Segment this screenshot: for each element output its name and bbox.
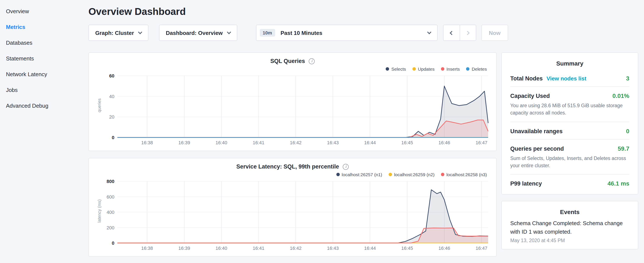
chevron-down-icon bbox=[427, 30, 431, 34]
svg-text:16:42: 16:42 bbox=[290, 245, 302, 251]
legend-dot-icon bbox=[466, 67, 470, 71]
svg-text:16:43: 16:43 bbox=[327, 245, 339, 251]
sidebar: Overview Metrics Databases Statements Ne… bbox=[0, 0, 78, 263]
summary-label: Total Nodes bbox=[510, 75, 543, 82]
svg-text:400: 400 bbox=[106, 210, 114, 215]
sql-queries-chart[interactable]: 020406016:3816:3916:4016:4116:4216:4316:… bbox=[103, 73, 490, 147]
time-forward-button[interactable] bbox=[460, 25, 476, 41]
legend-label: Deletes bbox=[472, 66, 487, 72]
charts-column: SQL Queries i SelectsUpdatesInsertsDelet… bbox=[88, 52, 497, 256]
svg-text:16:47: 16:47 bbox=[476, 245, 487, 251]
summary-subtext: Sum of Selects, Updates, Inserts, and De… bbox=[510, 155, 629, 169]
graph-dropdown-label: Graph: Cluster bbox=[95, 30, 134, 36]
legend-dot-icon bbox=[441, 173, 444, 176]
view-nodes-link[interactable]: View nodes list bbox=[546, 75, 586, 82]
sidebar-item-metrics[interactable]: Metrics bbox=[0, 19, 78, 35]
svg-text:60: 60 bbox=[109, 73, 114, 79]
summary-label: Unavailable ranges bbox=[510, 128, 562, 134]
chevron-down-icon bbox=[138, 30, 142, 34]
svg-text:16:46: 16:46 bbox=[438, 140, 450, 145]
y-axis-label: queries bbox=[96, 73, 103, 138]
svg-text:16:41: 16:41 bbox=[252, 140, 264, 145]
legend-dot-icon bbox=[388, 173, 392, 176]
service-latency-chart-legend: localhost:26257 (n1)localhost:26259 (n2)… bbox=[96, 171, 490, 178]
time-window-selector[interactable]: 10m Past 10 Minutes bbox=[256, 25, 437, 41]
right-column: Summary Total Nodes View nodes list 3 Ca… bbox=[501, 52, 638, 249]
sidebar-item-jobs[interactable]: Jobs bbox=[0, 82, 78, 98]
legend-item[interactable]: localhost:26258 (n3) bbox=[441, 171, 487, 178]
graph-dropdown[interactable]: Graph: Cluster bbox=[88, 25, 148, 41]
svg-text:600: 600 bbox=[106, 194, 114, 200]
svg-text:16:41: 16:41 bbox=[252, 245, 264, 251]
legend-dot-icon bbox=[386, 67, 389, 71]
summary-value: 46.1 ms bbox=[608, 180, 629, 187]
legend-dot-icon bbox=[412, 67, 416, 71]
dashboard-dropdown[interactable]: Dashboard: Overview bbox=[159, 25, 237, 41]
svg-text:16:42: 16:42 bbox=[290, 140, 302, 145]
svg-text:16:43: 16:43 bbox=[327, 140, 339, 145]
chevron-down-icon bbox=[227, 30, 231, 34]
legend-item[interactable]: Selects bbox=[386, 66, 406, 72]
svg-text:16:39: 16:39 bbox=[178, 140, 190, 145]
svg-text:0: 0 bbox=[112, 135, 114, 140]
legend-item[interactable]: localhost:26257 (n1) bbox=[336, 171, 382, 178]
sidebar-item-overview[interactable]: Overview bbox=[0, 4, 78, 19]
svg-text:200: 200 bbox=[106, 225, 114, 230]
svg-text:16:38: 16:38 bbox=[141, 245, 153, 251]
dashboard-dropdown-label: Dashboard: Overview bbox=[166, 30, 222, 36]
now-button[interactable]: Now bbox=[481, 25, 508, 41]
sidebar-item-network-latency[interactable]: Network Latency bbox=[0, 66, 78, 82]
time-nav-group bbox=[443, 25, 476, 41]
svg-text:16:39: 16:39 bbox=[178, 245, 190, 251]
svg-text:16:38: 16:38 bbox=[141, 140, 153, 145]
legend-label: localhost:26258 (n3) bbox=[446, 172, 487, 177]
svg-text:16:44: 16:44 bbox=[364, 245, 376, 251]
legend-label: Inserts bbox=[446, 66, 460, 72]
event-timestamp: May 13, 2020 at 4:45 PM bbox=[510, 238, 629, 247]
summary-value: 0 bbox=[626, 127, 629, 134]
events-panel: Events Schema Change Completed: Schema c… bbox=[501, 201, 638, 249]
y-axis-label: latency (ms) bbox=[96, 179, 103, 243]
sql-queries-chart-card: SQL Queries i SelectsUpdatesInsertsDelet… bbox=[88, 52, 497, 151]
chevron-left-icon bbox=[450, 31, 454, 35]
summary-value: 0.01% bbox=[612, 92, 629, 99]
legend-dot-icon bbox=[336, 173, 340, 176]
sql-queries-chart-legend: SelectsUpdatesInsertsDeletes bbox=[96, 66, 490, 72]
event-text: Schema Change Completed: Schema change w… bbox=[510, 219, 629, 236]
legend-item[interactable]: Updates bbox=[412, 66, 434, 72]
sidebar-item-advanced-debug[interactable]: Advanced Debug bbox=[0, 98, 78, 114]
time-window-badge: 10m bbox=[260, 29, 275, 37]
summary-value: 3 bbox=[626, 75, 629, 82]
summary-row-queries-per-second: Queries per second 59.7 Sum of Selects, … bbox=[510, 139, 629, 174]
event-item: Schema Change Completed: Schema change w… bbox=[510, 219, 629, 247]
legend-item[interactable]: Inserts bbox=[441, 66, 460, 72]
svg-text:800: 800 bbox=[106, 179, 114, 184]
summary-row-total-nodes: Total Nodes View nodes list 3 bbox=[510, 69, 629, 87]
summary-panel: Summary Total Nodes View nodes list 3 Ca… bbox=[501, 52, 638, 194]
time-window-label: Past 10 Minutes bbox=[280, 30, 322, 36]
legend-label: localhost:26259 (n2) bbox=[394, 172, 434, 177]
app: Overview Metrics Databases Statements Ne… bbox=[0, 0, 644, 263]
summary-label: Queries per second bbox=[510, 145, 564, 152]
legend-dot-icon bbox=[441, 67, 444, 71]
info-icon[interactable]: i bbox=[343, 164, 349, 170]
summary-title: Summary bbox=[510, 60, 629, 67]
chevron-right-icon bbox=[465, 31, 470, 35]
service-latency-chart-card: Service Latency: SQL, 99th percentile i … bbox=[88, 158, 497, 256]
svg-text:20: 20 bbox=[109, 114, 114, 120]
sidebar-item-databases[interactable]: Databases bbox=[0, 35, 78, 51]
svg-text:16:40: 16:40 bbox=[216, 140, 227, 145]
legend-item[interactable]: localhost:26259 (n2) bbox=[388, 171, 434, 178]
summary-label: Capacity Used bbox=[510, 93, 550, 99]
svg-text:40: 40 bbox=[109, 94, 114, 99]
service-latency-chart[interactable]: 020040060080016:3816:3916:4016:4116:4216… bbox=[103, 179, 490, 253]
info-icon[interactable]: i bbox=[309, 58, 315, 64]
time-back-button[interactable] bbox=[443, 25, 460, 41]
svg-text:16:46: 16:46 bbox=[438, 245, 450, 251]
summary-label: P99 latency bbox=[510, 180, 542, 187]
summary-value: 59.7 bbox=[618, 145, 630, 152]
sidebar-item-statements[interactable]: Statements bbox=[0, 51, 78, 66]
svg-text:16:47: 16:47 bbox=[476, 140, 487, 145]
legend-item[interactable]: Deletes bbox=[466, 66, 487, 72]
svg-text:16:45: 16:45 bbox=[401, 245, 413, 251]
